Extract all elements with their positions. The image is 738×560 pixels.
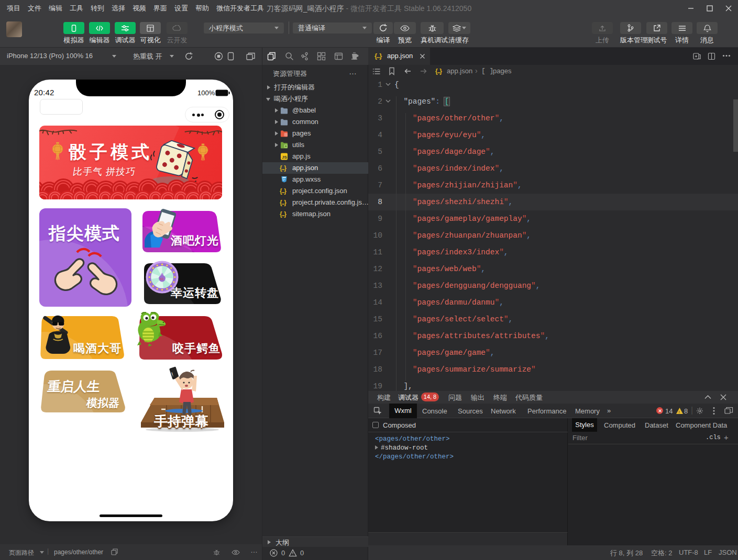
svg-text:!: ! [679,410,680,415]
svg-text:60: 60 [160,277,164,281]
svg-text:JS: JS [282,155,287,160]
